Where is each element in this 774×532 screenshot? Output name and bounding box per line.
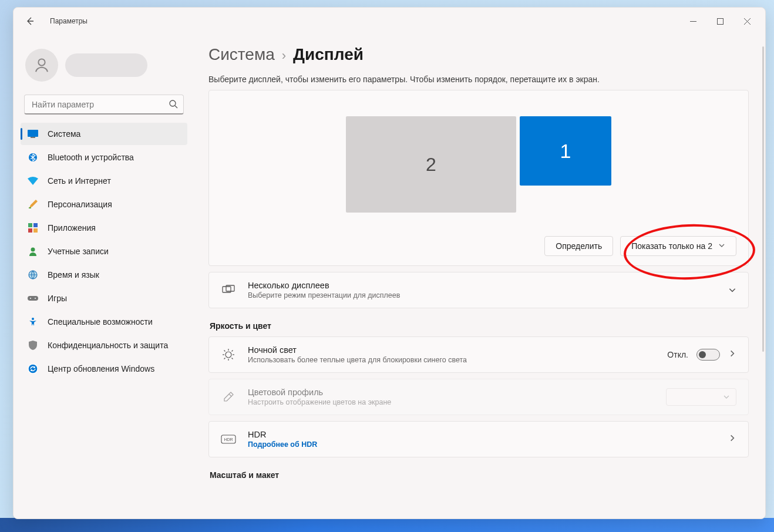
svg-text:HDR: HDR (224, 437, 233, 442)
nav-label: Учетные записи (48, 247, 109, 256)
card-subtitle: Выберите режим презентации для дисплеев (248, 291, 716, 299)
card-body: Несколько дисплеев Выберите режим презен… (248, 281, 716, 299)
person-icon (33, 56, 51, 74)
monitor-canvas[interactable]: 2 1 (221, 116, 736, 213)
window-body: Система Bluetooth и устройства Сеть и Ин… (14, 35, 765, 518)
hdr-learn-more-link[interactable]: Подробнее об HDR (248, 440, 716, 449)
card-night-light[interactable]: Ночной свет Использовать более теплые цв… (208, 336, 749, 373)
desktop-taskbar (0, 518, 774, 532)
night-light-icon (221, 348, 236, 361)
content-area: Система › Дисплей Выберите дисплей, чтоб… (194, 35, 765, 518)
sidebar-item-network[interactable]: Сеть и Интернет (21, 170, 187, 192)
svg-point-21 (28, 364, 38, 373)
chevron-down-icon (728, 286, 736, 294)
color-profile-dropdown (666, 388, 736, 406)
sidebar-item-windows-update[interactable]: Центр обновления Windows (21, 358, 187, 380)
card-color-profile: Цветовой профиль Настроить отображение ц… (208, 379, 749, 415)
search-box[interactable] (24, 95, 184, 115)
card-expand[interactable] (728, 286, 736, 294)
nav-label: Специальные возможности (48, 317, 153, 326)
maximize-icon (717, 18, 723, 25)
minimize-button[interactable] (679, 12, 706, 31)
search-icon (169, 99, 178, 111)
svg-rect-10 (29, 207, 31, 208)
window-controls (679, 12, 760, 31)
projection-mode-dropdown[interactable]: Показать только на 2 (620, 236, 736, 256)
svg-rect-11 (28, 223, 32, 227)
nav-label: Система (48, 129, 80, 139)
back-button[interactable] (21, 12, 39, 31)
close-button[interactable] (733, 12, 760, 31)
breadcrumb-parent[interactable]: Система (208, 45, 275, 64)
section-scale-layout: Масштаб и макет (210, 470, 749, 480)
bluetooth-icon (28, 152, 38, 163)
maximize-button[interactable] (706, 12, 733, 31)
toggle-knob (699, 351, 706, 358)
sidebar-item-system[interactable]: Система (21, 123, 187, 145)
gaming-icon (28, 293, 38, 304)
svg-rect-7 (28, 130, 38, 137)
eyedropper-icon (221, 391, 236, 403)
sidebar: Система Bluetooth и устройства Сеть и Ин… (14, 35, 194, 518)
svg-point-15 (31, 248, 35, 252)
globe-icon (28, 270, 38, 280)
scrollbar[interactable] (762, 46, 764, 352)
svg-line-29 (224, 351, 226, 352)
identify-button[interactable]: Определить (544, 236, 613, 256)
sidebar-item-accounts[interactable]: Учетные записи (21, 240, 187, 262)
sidebar-item-bluetooth[interactable]: Bluetooth и устройства (21, 146, 187, 169)
card-subtitle: Использовать более теплые цвета для блок… (248, 356, 655, 364)
svg-rect-17 (28, 296, 38, 301)
sidebar-item-gaming[interactable]: Игры (21, 287, 187, 309)
projection-mode-label: Показать только на 2 (631, 241, 712, 251)
svg-point-18 (30, 298, 31, 299)
svg-rect-12 (33, 223, 38, 227)
monitor-2[interactable]: 2 (346, 116, 516, 213)
profile-block[interactable] (21, 41, 187, 95)
card-multiple-displays[interactable]: Несколько дисплеев Выберите режим презен… (208, 272, 749, 308)
sidebar-item-privacy[interactable]: Конфиденциальность и защита (21, 334, 187, 356)
nav-label: Игры (48, 294, 67, 303)
card-body: HDR Подробнее об HDR (248, 430, 716, 449)
svg-line-6 (175, 106, 177, 108)
card-title: Несколько дисплеев (248, 281, 716, 290)
update-icon (28, 363, 38, 374)
toggle-state-label: Откл. (667, 350, 688, 359)
display-description: Выберите дисплей, чтобы изменить его пар… (208, 75, 749, 84)
chevron-right-icon[interactable] (728, 434, 736, 445)
svg-point-4 (38, 59, 45, 65)
search-input[interactable] (24, 95, 184, 115)
svg-line-31 (224, 358, 226, 359)
display-arrangement-box: 2 1 Определить Показать только на 2 (208, 90, 749, 266)
card-tail: Откл. (667, 349, 736, 361)
sidebar-item-personalization[interactable]: Персонализация (21, 193, 187, 216)
night-light-toggle[interactable] (696, 349, 720, 361)
sidebar-item-time-language[interactable]: Время и язык (21, 264, 187, 286)
svg-line-30 (232, 358, 233, 359)
card-title: Цветовой профиль (248, 388, 654, 397)
apps-icon (28, 223, 38, 233)
page-title: Дисплей (293, 45, 364, 64)
card-title: HDR (248, 430, 716, 439)
card-hdr[interactable]: HDR HDR Подробнее об HDR (208, 421, 749, 457)
accessibility-icon (28, 316, 38, 327)
nav-label: Персонализация (48, 200, 112, 209)
card-subtitle: Настроить отображение цветов на экране (248, 398, 654, 406)
brush-icon (28, 199, 38, 210)
svg-point-19 (35, 298, 36, 299)
monitor-1[interactable]: 1 (520, 116, 611, 186)
svg-rect-1 (717, 18, 723, 24)
profile-name-redacted (65, 53, 147, 77)
arrow-left-icon (25, 16, 35, 26)
chevron-right-icon[interactable] (728, 349, 736, 360)
card-tail (666, 388, 736, 406)
identify-label: Определить (556, 241, 602, 251)
sidebar-item-accessibility[interactable]: Специальные возможности (21, 311, 187, 333)
sidebar-item-apps[interactable]: Приложения (21, 217, 187, 239)
nav-label: Сеть и Интернет (48, 176, 111, 186)
desktop-icon (28, 129, 38, 139)
nav-label: Bluetooth и устройства (48, 153, 134, 162)
card-body: Цветовой профиль Настроить отображение ц… (248, 388, 654, 406)
breadcrumb: Система › Дисплей (208, 45, 749, 64)
nav-label: Центр обновления Windows (48, 364, 154, 373)
